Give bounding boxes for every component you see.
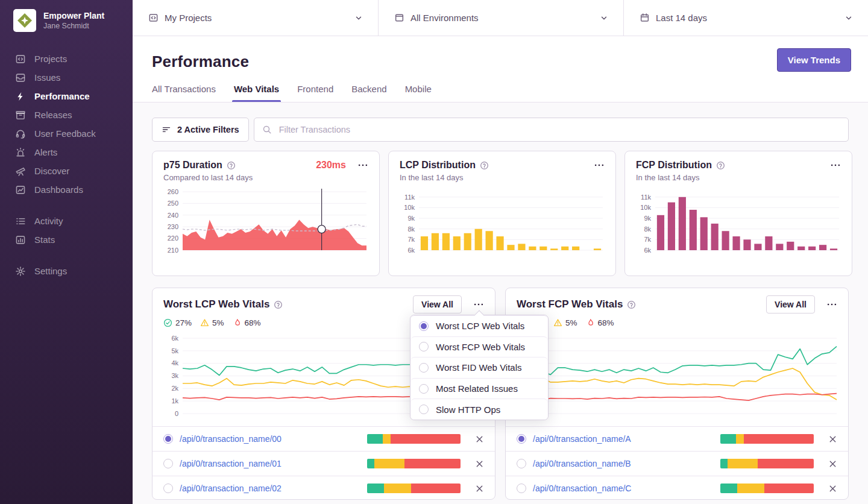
svg-text:5k: 5k: [171, 347, 178, 354]
more-options-icon[interactable]: [830, 160, 841, 171]
transaction-link[interactable]: /api/0/transaction_name/01: [180, 459, 281, 468]
close-icon[interactable]: [828, 435, 837, 444]
more-options-icon[interactable]: [357, 160, 368, 171]
transaction-link[interactable]: /api/0/transaction_name/A: [533, 434, 631, 444]
view-all-button[interactable]: View All: [413, 295, 462, 313]
sidebar-nav: ProjectsIssuesPerformanceReleasesUser Fe…: [0, 49, 133, 280]
sidebar-item-discover[interactable]: Discover: [0, 162, 133, 180]
bar-segment-good: [367, 459, 374, 468]
svg-text:11k: 11k: [404, 194, 415, 201]
stat-poor: 68%: [233, 318, 261, 327]
date-range-label: Last 14 days: [656, 13, 838, 23]
bar-segment-poor: [744, 434, 814, 444]
bar-segment-poor: [391, 434, 461, 444]
bar-segment-poor: [758, 459, 814, 468]
help-icon[interactable]: [480, 161, 489, 170]
org-name: Empower Plant: [43, 10, 104, 21]
tab-mobile[interactable]: Mobile: [405, 84, 432, 102]
sidebar-item-label: Dashboards: [34, 184, 83, 195]
search-icon: [262, 125, 272, 134]
page-header: Performance View Trends All Transactions…: [133, 36, 868, 102]
tab-web-vitals[interactable]: Web Vitals: [234, 84, 279, 102]
transaction-radio[interactable]: [163, 459, 173, 468]
search-input[interactable]: [278, 124, 840, 135]
card-title: p75 Duration: [163, 160, 222, 171]
summary-cards-row: p75 Duration 230ms Compared to last 14 d…: [152, 151, 849, 276]
transaction-radio[interactable]: [517, 484, 526, 493]
vitals-type-dropdown: Worst LCP Web VitalsWorst FCP Web Vitals…: [410, 315, 549, 420]
tab-backend[interactable]: Backend: [351, 84, 386, 102]
help-icon[interactable]: [227, 161, 236, 170]
sidebar-item-projects[interactable]: Projects: [0, 49, 133, 68]
discover-icon: [15, 166, 26, 177]
sidebar-item-activity[interactable]: Activity: [0, 212, 133, 230]
sidebar-item-alerts[interactable]: Alerts: [0, 143, 133, 162]
svg-text:8k: 8k: [644, 225, 651, 233]
sidebar-item-stats[interactable]: Stats: [0, 230, 133, 249]
svg-text:6k: 6k: [644, 247, 651, 254]
more-options-icon[interactable]: [594, 160, 605, 171]
view-all-button[interactable]: View All: [766, 295, 815, 313]
environment-selector[interactable]: All Environments: [379, 0, 624, 36]
sidebar-item-user-feedback[interactable]: User Feedback: [0, 124, 133, 143]
dropdown-item-slow-http-ops[interactable]: Slow HTTP Ops: [410, 398, 548, 420]
bar-segment-meh: [728, 459, 758, 468]
projects-icon: [15, 54, 26, 65]
transaction-link[interactable]: /api/0/transaction_name/02: [180, 484, 281, 493]
transaction-radio[interactable]: [517, 459, 526, 468]
svg-text:1k: 1k: [171, 397, 178, 405]
help-icon[interactable]: [274, 300, 283, 309]
worst-fcp-line-chart: 01k2k3k4k5k6k: [517, 333, 838, 423]
date-range-selector[interactable]: Last 14 days: [624, 0, 868, 36]
dropdown-item-most-related-issues[interactable]: Most Related Issues: [410, 378, 548, 399]
svg-text:11k: 11k: [641, 194, 651, 201]
transaction-radio[interactable]: [163, 434, 173, 444]
sidebar-item-dashboards[interactable]: Dashboards: [0, 180, 133, 199]
more-options-icon[interactable]: [473, 299, 484, 310]
more-options-icon[interactable]: [826, 299, 837, 310]
view-trends-button[interactable]: View Trends: [777, 48, 851, 72]
sidebar-item-settings[interactable]: Settings: [0, 262, 133, 280]
vitals-breakdown-bar: [720, 459, 814, 468]
vitals-stats: 27%5%68%: [517, 317, 837, 329]
dropdown-item-label: Worst LCP Web Vitals: [436, 321, 524, 331]
environment-selector-label: All Environments: [410, 13, 593, 23]
org-logo: [13, 9, 36, 32]
dropdown-item-worst-fcp-web-vitals[interactable]: Worst FCP Web Vitals: [410, 336, 548, 358]
sidebar-item-performance[interactable]: Performance: [0, 87, 133, 106]
org-header[interactable]: Empower Plant Jane Schmidt: [0, 0, 133, 32]
sidebar-item-releases[interactable]: Releases: [0, 106, 133, 124]
bar-segment-meh: [383, 434, 390, 444]
transaction-link[interactable]: /api/0/transaction_name/B: [533, 459, 631, 468]
transaction-row: /api/0/transaction_name/02: [153, 476, 495, 500]
bar-segment-good: [367, 434, 383, 444]
projects-icon: [148, 13, 159, 23]
sidebar-item-label: User Feedback: [34, 128, 96, 139]
close-icon[interactable]: [475, 459, 484, 468]
transaction-row: /api/0/transaction_name/01: [153, 451, 495, 476]
stat-value: 5%: [212, 318, 224, 327]
transaction-radio[interactable]: [517, 434, 526, 444]
dropdown-item-worst-fid-web-vitals[interactable]: Worst FID Web Vitals: [410, 357, 548, 378]
transaction-radio[interactable]: [163, 484, 173, 493]
environment-icon: [394, 13, 404, 23]
help-icon[interactable]: [627, 300, 636, 309]
close-icon[interactable]: [475, 484, 484, 493]
transaction-link[interactable]: /api/0/transaction_name/00: [180, 434, 281, 444]
close-icon[interactable]: [828, 459, 837, 468]
stat-meh: 5%: [200, 318, 224, 327]
p75-value: 230ms: [316, 160, 346, 171]
sidebar-item-issues[interactable]: Issues: [0, 68, 133, 87]
close-icon[interactable]: [475, 435, 484, 444]
transaction-link[interactable]: /api/0/transaction_name/C: [533, 484, 631, 493]
tab-frontend[interactable]: Frontend: [297, 84, 333, 102]
project-selector[interactable]: My Projects: [133, 0, 379, 36]
help-icon[interactable]: [716, 161, 725, 170]
transaction-row: /api/0/transaction_name/A: [506, 426, 848, 451]
bar-segment-good: [720, 434, 736, 444]
sidebar-item-label: Stats: [34, 235, 55, 245]
tab-all-transactions[interactable]: All Transactions: [152, 84, 216, 102]
active-filters-button[interactable]: 2 Active Filters: [152, 118, 249, 142]
close-icon[interactable]: [828, 484, 837, 493]
dropdown-item-label: Most Related Issues: [436, 383, 518, 394]
